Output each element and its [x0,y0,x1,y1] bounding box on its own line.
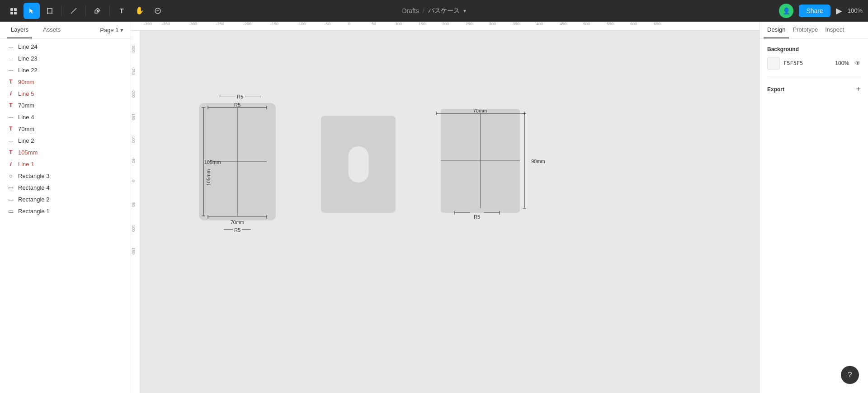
tab-inspect[interactable]: Inspect [821,22,848,38]
svg-rect-4 [47,9,52,13]
tab-design[interactable]: Design [764,22,789,38]
drawing-area[interactable]: R5 105mm 70mm R5 [140,31,760,393]
svg-rect-2 [10,12,13,14]
help-button[interactable]: ? [841,366,859,384]
line-i-icon: I [7,160,14,168]
layer-line2[interactable]: — Line 2 [0,135,131,146]
layer-label: Line 4 [18,114,34,121]
line-icon: — [7,55,14,62]
layer-text-90mm[interactable]: T 90mm [0,76,131,88]
layer-line5[interactable]: I Line 5 [0,88,131,99]
card2[interactable] [321,116,396,213]
layer-line23[interactable]: — Line 23 [0,52,131,64]
text-icon: T [7,78,14,85]
play-button[interactable]: ▶ [836,6,842,16]
share-button[interactable]: Share [799,5,830,17]
background-section: Background F5F5F5 100% 👁 [767,46,861,70]
layer-label: Rectangle 1 [18,208,49,215]
svg-text:R5: R5 [234,227,241,233]
rect-icon: ▭ [7,207,14,215]
layer-label: Rectangle 2 [18,196,49,203]
hand-tool-button[interactable]: ✋ [132,3,148,19]
right-tabs: Design Prototype Inspect [760,22,868,39]
canvas-area[interactable]: -390 -350 -300 -250 -200 -150 -100 -50 0… [131,22,760,393]
divider [767,77,861,77]
svg-point-10 [97,10,99,11]
tab-layers[interactable]: Layers [7,22,32,38]
page-dropdown-button[interactable]: ▾ [463,8,466,14]
color-hex[interactable]: F5F5F5 [783,60,831,66]
layer-line4[interactable]: — Line 4 [0,111,131,123]
layer-rect1[interactable]: ▭ Rectangle 1 [0,205,131,217]
left-panel: Layers Assets Page 1 ▾ — Line 24 — Line … [0,22,131,393]
layer-label: Line 22 [18,67,38,74]
layer-label: Line 24 [18,43,38,50]
toolbar-separator-text: / [423,7,425,14]
color-opacity: 100% [835,60,849,66]
card3[interactable]: 70mm 90mm R5 [441,109,520,213]
rect-icon: ▭ [7,184,14,191]
rect-icon: ▭ [7,196,14,203]
toolbar: T ✋ Drafts / パスケース ▾ 👤 Share ▶ 100% [0,0,868,22]
tab-prototype[interactable]: Prototype [789,22,821,38]
select-tool-button[interactable] [24,3,40,19]
line-icon: — [7,43,14,50]
page-selector[interactable]: Page 1 ▾ [100,27,123,33]
line-icon: — [7,113,14,121]
text-icon: T [7,125,14,132]
layer-label: 70mm [18,126,34,132]
toolbar-separator-2 [85,5,86,16]
line-tool-button[interactable] [66,3,82,19]
page-name: パスケース [428,7,460,15]
layer-rect2[interactable]: ▭ Rectangle 2 [0,193,131,205]
zoom-level[interactable]: 100% [848,7,863,14]
project-name: Drafts [402,7,419,14]
text-tool-button[interactable]: T [113,3,130,19]
main-menu-button[interactable] [5,3,22,19]
layer-label: Line 2 [18,137,34,144]
svg-line-9 [71,8,76,14]
toolbar-right: 👤 Share ▶ 100% [779,4,863,18]
toolbar-separator-3 [109,5,110,16]
layer-label: Rectangle 4 [18,184,49,191]
layer-rect3[interactable]: ○ Rectangle 3 [0,170,131,182]
toolbar-separator-1 [61,5,62,16]
layer-line1[interactable]: I Line 1 [0,158,131,170]
right-content: Background F5F5F5 100% 👁 Export + [760,39,868,101]
card1-crosslines [199,103,276,220]
ruler-top: -390 -350 -300 -250 -200 -150 -100 -50 0… [131,22,760,31]
color-swatch[interactable] [767,57,780,70]
card3-group: 70mm 90mm R5 [441,109,520,213]
layer-text-70mm-1[interactable]: T 70mm [0,99,131,111]
layer-label: Line 5 [18,90,34,97]
svg-rect-0 [10,8,13,11]
layer-text-105mm[interactable]: T 105mm [0,146,131,158]
visibility-icon[interactable]: 👁 [854,60,861,67]
layers-list: — Line 24 — Line 23 — Line 22 T 90mm I L… [0,39,131,393]
right-panel: Design Prototype Inspect Background F5F5… [760,22,868,393]
line-icon: — [7,137,14,144]
rect-icon: ○ [7,172,14,179]
layer-line24[interactable]: — Line 24 [0,41,131,52]
pen-tool-button[interactable] [90,3,106,19]
left-tabs: Layers Assets Page 1 ▾ [0,22,131,39]
layer-text-70mm-2[interactable]: T 70mm [0,123,131,135]
comment-tool-button[interactable] [150,3,166,19]
card1-group: R5 105mm 70mm R5 [199,103,276,220]
layer-label: 105mm [18,149,38,156]
frame-tool-button[interactable] [42,3,58,19]
export-label: Export [767,86,784,93]
export-add-button[interactable]: + [856,84,861,94]
svg-text:R5: R5 [474,214,480,220]
card1[interactable]: R5 105mm 70mm R5 [199,103,276,220]
card2-hole [348,146,368,182]
tab-assets[interactable]: Assets [39,22,64,38]
text-icon: T [7,102,14,109]
layer-rect4[interactable]: ▭ Rectangle 4 [0,182,131,193]
export-section: Export + [767,84,861,94]
background-row: F5F5F5 100% 👁 [767,57,861,70]
layer-line22[interactable]: — Line 22 [0,64,131,76]
text-icon: T [7,149,14,156]
toolbar-center: Drafts / パスケース ▾ [402,7,466,15]
line-icon: — [7,66,14,74]
